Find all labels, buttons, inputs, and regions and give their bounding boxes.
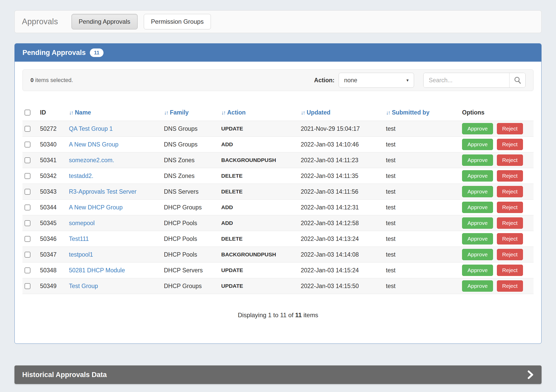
approve-button[interactable]: Approve — [462, 280, 493, 292]
row-updated: 2021-Nov-29 15:04:17 — [299, 121, 384, 137]
row-name-link[interactable]: 50281 DHCP Module — [69, 267, 125, 274]
row-name-link[interactable]: testadd2. — [69, 173, 93, 179]
row-id: 50347 — [38, 247, 67, 263]
reject-button[interactable]: Reject — [497, 123, 523, 134]
historical-approvals-bar[interactable]: Historical Approvals Data — [14, 365, 542, 384]
search-button[interactable] — [509, 73, 525, 87]
reject-button[interactable]: Reject — [497, 249, 523, 260]
row-name-link[interactable]: Test Group — [69, 283, 98, 289]
row-family: DHCP Pools — [162, 231, 219, 247]
row-id: 50272 — [38, 121, 67, 137]
select-all-checkbox[interactable] — [25, 110, 30, 116]
row-action: UPDATE — [219, 263, 299, 278]
row-checkbox[interactable] — [25, 126, 30, 132]
tab-permission-groups[interactable]: Permission Groups — [144, 14, 211, 29]
row-id: 50346 — [38, 231, 67, 247]
row-id: 50340 — [38, 137, 67, 152]
tab-pending-approvals[interactable]: Pending Approvals — [72, 14, 138, 29]
reject-button[interactable]: Reject — [497, 217, 523, 229]
row-checkbox[interactable] — [25, 189, 30, 195]
column-header-action[interactable]: ↓↑Action — [219, 105, 299, 121]
approve-button[interactable]: Approve — [462, 217, 493, 229]
column-header-updated[interactable]: ↓↑Updated — [299, 105, 384, 121]
approve-button[interactable]: Approve — [462, 202, 493, 213]
row-id: 50343 — [38, 184, 67, 200]
row-name-link[interactable]: somepool — [69, 220, 95, 226]
approve-button[interactable]: Approve — [462, 123, 493, 134]
reject-button[interactable]: Reject — [497, 154, 523, 166]
pending-count-badge: 11 — [90, 48, 104, 57]
row-name-link[interactable]: R3-Approvals Test Server — [69, 188, 137, 195]
row-updated: 2022-Jan-03 14:12:58 — [299, 215, 384, 231]
selected-items-status: 0 items selected. — [30, 77, 73, 84]
row-updated: 2022-Jan-03 14:10:46 — [299, 137, 384, 152]
row-submitted-by: test — [384, 215, 460, 231]
row-name-link[interactable]: A New DHCP Group — [69, 204, 123, 211]
table-row: 50348 50281 DHCP Module DHCP Servers UPD… — [22, 263, 534, 278]
approve-button[interactable]: Approve — [462, 249, 493, 260]
approve-button[interactable]: Approve — [462, 139, 493, 150]
row-updated: 2022-Jan-03 14:15:24 — [299, 263, 384, 278]
approvals-table-body: 50272 QA Test Group 1 DNS Groups UPDATE … — [22, 121, 534, 294]
table-toolbar: 0 items selected. Action: none ▾ — [22, 69, 534, 91]
row-name-link[interactable]: Test111 — [69, 235, 89, 242]
action-label: Action: — [314, 77, 335, 84]
reject-button[interactable]: Reject — [497, 202, 523, 213]
search-group — [423, 73, 526, 88]
row-checkbox[interactable] — [25, 236, 30, 242]
reject-button[interactable]: Reject — [497, 265, 523, 276]
search-input[interactable] — [424, 73, 509, 87]
row-updated: 2022-Jan-03 14:15:50 — [299, 278, 384, 294]
reject-button[interactable]: Reject — [497, 233, 523, 244]
approve-button[interactable]: Approve — [462, 265, 493, 276]
row-checkbox[interactable] — [25, 205, 30, 210]
approve-button[interactable]: Approve — [462, 170, 493, 182]
row-submitted-by: test — [384, 168, 460, 184]
reject-button[interactable]: Reject — [497, 139, 523, 150]
row-id: 50345 — [38, 215, 67, 231]
row-id: 50342 — [38, 168, 67, 184]
sort-icon: ↓↑ — [164, 110, 168, 116]
row-action: DELETE — [219, 184, 299, 200]
approve-button[interactable]: Approve — [462, 154, 493, 166]
row-checkbox[interactable] — [25, 267, 30, 273]
approve-button[interactable]: Approve — [462, 233, 493, 244]
column-header-family[interactable]: ↓↑Family — [162, 105, 219, 121]
approvals-toolbar-card: Approvals Pending Approvals Permission G… — [14, 10, 542, 33]
row-checkbox[interactable] — [25, 157, 30, 163]
row-action: BACKGROUNDPUSH — [219, 152, 299, 168]
reject-button[interactable]: Reject — [497, 170, 523, 182]
table-row: 50272 QA Test Group 1 DNS Groups UPDATE … — [22, 121, 534, 137]
row-name-link[interactable]: A New DNS Group — [69, 141, 118, 148]
row-name-link[interactable]: somezone2.com. — [69, 157, 114, 164]
reject-button[interactable]: Reject — [497, 186, 523, 197]
panel-header: Pending Approvals 11 — [15, 44, 541, 62]
chevron-right-icon — [527, 370, 534, 380]
row-name-link[interactable]: testpool1 — [69, 251, 93, 258]
table-row: 50347 testpool1 DHCP Pools BACKGROUNDPUS… — [22, 247, 534, 263]
row-checkbox[interactable] — [25, 220, 30, 226]
page-title: Approvals — [22, 17, 58, 26]
table-summary: Displaying 1 to 11 of 11 items — [22, 312, 534, 319]
row-family: DHCP Servers — [162, 263, 219, 278]
row-action: UPDATE — [219, 278, 299, 294]
row-checkbox[interactable] — [25, 252, 30, 258]
row-checkbox[interactable] — [25, 142, 30, 148]
action-select[interactable]: none ▾ — [339, 73, 414, 88]
panel-body: 0 items selected. Action: none ▾ — [15, 62, 541, 344]
row-submitted-by: test — [384, 247, 460, 263]
row-checkbox[interactable] — [25, 173, 30, 179]
row-submitted-by: test — [384, 231, 460, 247]
sort-icon: ↓↑ — [221, 110, 225, 116]
row-family: DHCP Groups — [162, 278, 219, 294]
reject-button[interactable]: Reject — [497, 280, 523, 292]
row-checkbox[interactable] — [25, 283, 30, 289]
row-name-link[interactable]: QA Test Group 1 — [69, 125, 113, 132]
historical-approvals-title: Historical Approvals Data — [22, 371, 107, 379]
column-header-id: ID — [38, 105, 67, 121]
table-row: 50344 A New DHCP Group DHCP Groups ADD 2… — [22, 200, 534, 215]
row-updated: 2022-Jan-03 14:11:35 — [299, 168, 384, 184]
column-header-name[interactable]: ↓↑Name — [67, 105, 162, 121]
approve-button[interactable]: Approve — [462, 186, 493, 197]
column-header-submitted-by[interactable]: ↓↑Submitted by — [384, 105, 460, 121]
